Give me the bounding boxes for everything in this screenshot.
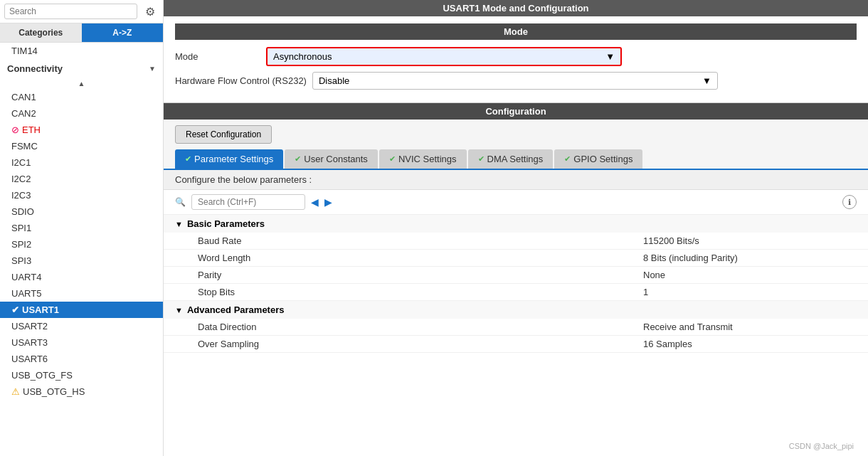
tab-nav: ✔ Parameter Settings ✔ User Constants ✔ …: [164, 149, 868, 169]
sidebar-item-usb-otg-hs[interactable]: ⚠ USB_OTG_HS: [0, 383, 163, 400]
sidebar-item-uart4[interactable]: UART4: [0, 269, 163, 285]
sidebar-item-fsmc[interactable]: FSMC: [0, 138, 163, 154]
params-header-left: Configure the below parameters :: [175, 174, 312, 185]
sidebar: ⚙ Categories A->Z TIM14 Connectivity ▼ ▲…: [0, 0, 164, 456]
advanced-params-label: Advanced Parameters: [187, 304, 285, 315]
sidebar-search-input[interactable]: [4, 4, 137, 19]
usart3-label: USART3: [11, 337, 48, 348]
usb-otg-fs-label: USB_OTG_FS: [11, 370, 73, 381]
no-icon: ⊘: [11, 124, 19, 135]
sidebar-item-spi1[interactable]: SPI1: [0, 220, 163, 236]
sidebar-items: TIM14 Connectivity ▼ ▲ CAN1 CAN2 ⊘ ETH F…: [0, 43, 163, 456]
mode-value: Asynchronous: [273, 51, 332, 62]
param-baud-rate-name: Baud Rate: [198, 235, 643, 246]
param-word-length: Word Length 8 Bits (including Parity): [164, 250, 868, 267]
spi1-label: SPI1: [11, 223, 31, 233]
fsmc-label: FSMC: [11, 141, 38, 152]
sidebar-item-usart2[interactable]: USART2: [0, 318, 163, 334]
i2c2-label: I2C2: [11, 174, 31, 184]
tab-categories[interactable]: Categories: [0, 23, 82, 42]
param-data-direction-value: Receive and Transmit: [643, 322, 857, 332]
sidebar-item-usb-otg-fs[interactable]: USB_OTG_FS: [0, 367, 163, 383]
gear-button[interactable]: ⚙: [142, 3, 159, 20]
spi2-label: SPI2: [11, 239, 31, 250]
param-word-length-name: Word Length: [198, 253, 643, 263]
params-hint: Configure the below parameters :: [175, 174, 312, 185]
hwflow-label: Hardware Flow Control (RS232): [175, 75, 307, 86]
usart6-label: USART6: [11, 354, 48, 364]
watermark: CSDN @Jack_pipi: [789, 442, 854, 450]
sidebar-item-can1[interactable]: CAN1: [0, 89, 163, 105]
collapse-icon-adv: ▼: [175, 306, 183, 314]
advanced-params-group-header[interactable]: ▼ Advanced Parameters: [164, 301, 868, 319]
info-icon[interactable]: ℹ: [842, 195, 857, 209]
sidebar-item-i2c3[interactable]: I2C3: [0, 187, 163, 203]
param-data-direction: Data Direction Receive and Transmit: [164, 319, 868, 336]
sidebar-item-usart6[interactable]: USART6: [0, 351, 163, 367]
param-stop-bits-value: 1: [643, 287, 857, 297]
check-icon: ✔: [478, 154, 485, 164]
check-icon: ✔: [295, 154, 301, 164]
config-section: Configuration Reset Configuration ✔ Para…: [164, 103, 868, 456]
prev-arrow-button[interactable]: ◀: [311, 196, 319, 208]
mode-label: Mode: [175, 51, 260, 62]
connectivity-label: Connectivity: [7, 63, 63, 74]
sidebar-item-i2c2[interactable]: I2C2: [0, 171, 163, 187]
collapse-icon: ▼: [175, 220, 183, 228]
sidebar-item-sdio[interactable]: SDIO: [0, 203, 163, 220]
check-icon: ✔: [389, 154, 396, 164]
tab-user-constants[interactable]: ✔ User Constants: [285, 149, 378, 169]
config-toolbar: Reset Configuration: [164, 120, 868, 149]
tab-gpio-settings[interactable]: ✔ GPIO Settings: [554, 149, 642, 169]
sidebar-item-eth[interactable]: ⊘ ETH: [0, 122, 163, 138]
i2c1-label: I2C1: [11, 157, 31, 168]
usart1-label: USART1: [22, 304, 59, 315]
sidebar-item-tim14[interactable]: TIM14: [0, 43, 163, 59]
sidebar-item-uart5[interactable]: UART5: [0, 285, 163, 302]
params-search-input[interactable]: [191, 194, 305, 210]
can2-label: CAN2: [11, 108, 36, 119]
check-icon: ✔: [185, 154, 191, 164]
param-parity: Parity None: [164, 267, 868, 284]
tab-nvic-settings[interactable]: ✔ NVIC Settings: [379, 149, 467, 169]
sdio-label: SDIO: [11, 206, 34, 217]
uart5-label: UART5: [11, 288, 41, 299]
mode-section-header: Mode: [175, 23, 857, 40]
sidebar-item-spi3[interactable]: SPI3: [0, 253, 163, 269]
sidebar-item-usart1[interactable]: ✔ USART1: [0, 302, 163, 318]
param-data-direction-name: Data Direction: [198, 322, 643, 332]
warning-icon: ⚠: [11, 386, 20, 397]
basic-params-group-header[interactable]: ▼ Basic Parameters: [164, 215, 868, 233]
mode-select[interactable]: Asynchronous ▼: [266, 47, 622, 66]
tab-dma-settings[interactable]: ✔ DMA Settings: [468, 149, 554, 169]
up-arrow-icon: ▲: [78, 80, 85, 88]
sidebar-item-spi2[interactable]: SPI2: [0, 236, 163, 253]
param-over-sampling-name: Over Sampling: [198, 339, 643, 349]
sidebar-connectivity-header[interactable]: Connectivity ▼: [0, 59, 163, 78]
sidebar-item-can2[interactable]: CAN2: [0, 105, 163, 122]
spi3-label: SPI3: [11, 255, 31, 266]
next-arrow-button[interactable]: ▶: [324, 196, 332, 208]
main-title-bar: USART1 Mode and Configuration: [164, 0, 868, 16]
param-parity-name: Parity: [198, 270, 643, 280]
usart2-label: USART2: [11, 321, 48, 332]
param-over-sampling: Over Sampling 16 Samples: [164, 336, 868, 353]
hwflow-select[interactable]: Disable ▼: [312, 72, 718, 90]
sidebar-tab-row: Categories A->Z: [0, 23, 163, 43]
dropdown-chevron-icon: ▼: [605, 51, 615, 62]
tab-parameter-settings[interactable]: ✔ Parameter Settings: [175, 149, 283, 169]
tab-az[interactable]: A->Z: [82, 23, 164, 42]
check-icon: ✔: [11, 304, 19, 315]
main-title: USART1 Mode and Configuration: [443, 3, 588, 14]
reset-configuration-button[interactable]: Reset Configuration: [175, 125, 272, 144]
mode-form-row: Mode Asynchronous ▼: [175, 47, 857, 66]
param-baud-rate: Baud Rate 115200 Bits/s: [164, 233, 868, 250]
search-left: 🔍 ◀ ▶: [175, 194, 332, 210]
params-area: Configure the below parameters : 🔍 ◀ ▶ ℹ…: [164, 169, 868, 456]
hwflow-value: Disable: [319, 75, 349, 86]
params-search-row: 🔍 ◀ ▶ ℹ: [164, 190, 868, 215]
sidebar-item-usart3[interactable]: USART3: [0, 334, 163, 351]
sidebar-item-i2c1[interactable]: I2C1: [0, 154, 163, 171]
hwflow-form-row: Hardware Flow Control (RS232) Disable ▼: [175, 72, 857, 90]
uart4-label: UART4: [11, 272, 41, 282]
